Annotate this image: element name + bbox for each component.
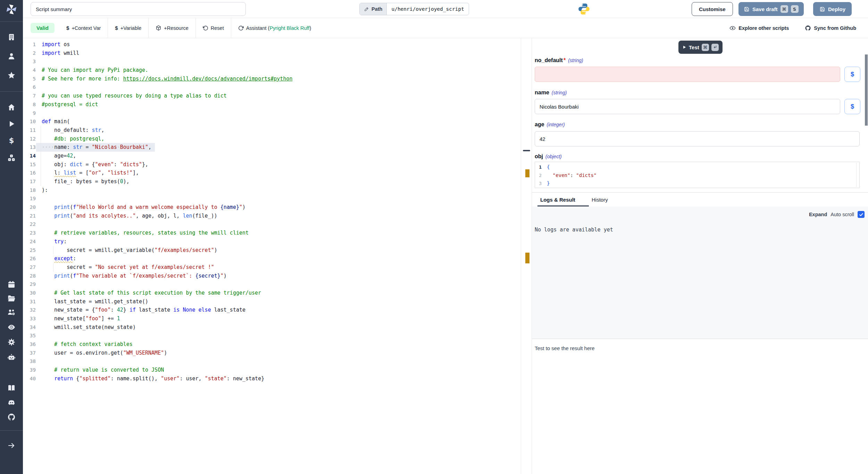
field-label-obj: obj (object) [535,153,562,160]
deploy-label: Deploy [828,6,845,12]
sidebar-divider [0,22,23,22]
groups-users-icon[interactable] [7,308,16,316]
result-area: Test to see the result here [532,339,868,474]
test-panel: Test ⌘ no_default* (string) $ name (stri… [532,38,868,474]
age-input[interactable] [535,131,860,146]
line-number: 29 [23,280,38,289]
code-editor[interactable]: 1234567891011121314151617181920212223242… [23,38,521,474]
runs-play-icon[interactable] [7,120,16,128]
splitter-drag-handle[interactable] [523,150,530,151]
code-line: return {"splitted": name.split(), "user"… [42,374,521,383]
editor-gutter: 1234567891011121314151617181920212223242… [23,40,38,383]
line-number: 7 [23,92,38,100]
test-button[interactable]: Test ⌘ [678,41,723,54]
name-input[interactable] [535,99,840,114]
add-resource-button[interactable]: +Resource [149,25,195,31]
logs-controls: Expand Auto scroll [809,211,865,218]
deploy-button[interactable]: Deploy [813,2,852,16]
home-icon[interactable] [7,103,16,111]
windmill-logo-icon[interactable] [5,3,18,16]
s-key-badge: S [791,5,799,13]
line-number: 1 [23,40,38,49]
audit-eye-icon[interactable] [7,323,16,331]
line-number: 2 [23,49,38,58]
line-number: 39 [23,366,38,374]
collapse-arrow-right-icon[interactable] [7,441,16,450]
warning-marker [525,169,529,177]
warning-marker [525,253,529,263]
line-number: 10 [23,117,38,126]
line-number: 5 [23,75,38,83]
line-number: 21 [23,212,38,220]
line-number: 15 [23,160,38,169]
line-number: 19 [23,194,38,203]
line-number: 26 [23,254,38,263]
expand-button[interactable]: Expand [809,212,827,217]
favorites-star-icon[interactable] [7,71,16,79]
customise-button[interactable]: Customise [692,2,733,16]
command-key-badge: ⌘ [702,44,709,51]
line-number: 32 [23,306,38,314]
obj-json-editor[interactable]: 123 { "even": "dicts"} [535,162,860,188]
code-line [42,280,521,289]
line-number: 36 [23,340,38,349]
tab-logs-and-result[interactable]: Logs & Result [540,193,575,206]
panel-scrollbar-thumb[interactable] [865,54,868,126]
resources-cubes-icon[interactable] [7,154,16,162]
add-context-var-button[interactable]: $ +Context Var [59,25,108,31]
settings-gear-icon[interactable] [7,338,16,346]
code-line [42,357,521,366]
folders-icon[interactable] [7,294,16,303]
code-line: last_state = wmill.get_state() [42,297,521,306]
code-line: user = os.environ.get("WM_USERNAME") [42,349,521,357]
reset-label: Reset [211,25,224,31]
obj-editor-lines: { "even": "dicts"} [547,163,859,188]
auto-scroll-checkbox[interactable] [858,211,865,218]
sidebar-divider [0,91,23,92]
code-line: # You can import any PyPi package. [42,66,521,75]
sync-from-github-button[interactable]: Sync from Github [805,25,856,31]
line-number: 18 [23,186,38,195]
refresh-cw-icon [238,25,244,31]
github-icon[interactable] [7,413,16,421]
line-number: 12 [23,135,38,143]
tab-history[interactable]: History [592,193,608,206]
workers-robot-icon[interactable] [7,353,16,362]
line-number: 8 [23,100,38,109]
script-summary-input[interactable] [31,2,246,16]
return-key-badge [711,44,719,51]
line-number: 24 [23,237,38,246]
variables-dollar-icon[interactable]: $ [7,136,16,145]
add-variable-button[interactable]: $ +Variable [108,25,148,31]
line-number: 27 [23,263,38,272]
sync-label: Sync from Github [814,25,856,31]
line-number: 30 [23,289,38,297]
no-default-variable-picker-button[interactable]: $ [844,67,860,82]
code-line: def main( [42,117,521,126]
code-line: # return value is converted to JSON [42,366,521,374]
no-default-input[interactable] [535,67,840,82]
path-field[interactable]: Path u/henri/overjoyed_script [359,3,469,15]
docs-book-icon[interactable] [7,384,16,392]
code-line: try: [42,237,521,246]
code-line: obj: dict = {"even": "dicts"}, [42,160,521,169]
code-line: import wmill [42,49,521,58]
schedules-calendar-icon[interactable] [7,280,16,289]
user-icon[interactable] [7,52,16,60]
reset-button[interactable]: Reset [196,25,231,31]
code-line [42,194,521,203]
logs-area: Expand Auto scroll No logs are available… [532,206,868,339]
assistant-label: Assistant (Pyright Black Ruff) [246,25,311,31]
workspace-building-icon[interactable] [7,33,16,41]
assistant-button[interactable]: Assistant (Pyright Black Ruff) [231,25,318,31]
code-line: except: [42,254,521,263]
save-floppy-icon [744,6,750,12]
line-number: 4 [23,66,38,75]
valid-status-badge: Valid [31,23,55,33]
discord-icon[interactable] [7,398,16,407]
line-number: 25 [23,246,38,255]
indent-guide [41,126,41,186]
name-variable-picker-button[interactable]: $ [844,99,860,114]
save-draft-button[interactable]: Save draft ⌘ S [738,2,804,16]
explore-other-scripts-button[interactable]: Explore other scripts [729,25,789,31]
